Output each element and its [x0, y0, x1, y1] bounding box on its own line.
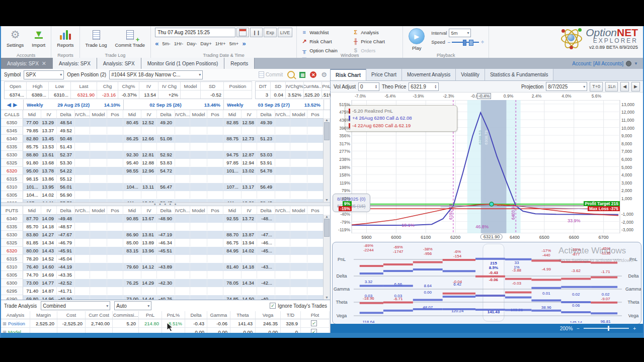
chain-cell[interactable]: 12.58	[242, 119, 257, 126]
chain-cell[interactable]: 13.02	[242, 167, 257, 174]
gear-icon[interactable]: ⚙	[321, 71, 327, 78]
chain-cell[interactable]	[257, 175, 275, 183]
chain-cell[interactable]: 58.45	[257, 199, 275, 202]
chain-cell[interactable]	[242, 143, 257, 150]
chain-cell[interactable]	[90, 159, 107, 166]
chain-cell[interactable]	[190, 287, 207, 295]
chain-cell[interactable]	[307, 183, 324, 191]
chain-cell[interactable]	[175, 127, 190, 134]
chain-cell[interactable]	[123, 287, 141, 295]
chain-cell[interactable]: -46.34	[157, 239, 175, 246]
chain-cell[interactable]	[223, 223, 242, 230]
tab-analysis-0[interactable]: Analysis: SPX✕	[1, 58, 53, 69]
chain-cell[interactable]: 12.96	[141, 167, 157, 174]
chain-cell[interactable]	[290, 175, 307, 183]
chain-cell[interactable]	[275, 287, 290, 295]
chain-cell[interactable]	[190, 239, 207, 246]
commit-button[interactable]: Commit	[259, 71, 283, 78]
chain-cell[interactable]: 71.40	[23, 287, 41, 295]
chain-cell[interactable]	[207, 135, 223, 142]
chain-cell[interactable]: IVCh...	[175, 110, 190, 119]
chain-cell[interactable]: 53.03	[257, 151, 275, 158]
chain-cell[interactable]	[190, 175, 207, 183]
chain-cell[interactable]: 111...	[123, 199, 141, 202]
chain-cell[interactable]	[190, 135, 207, 142]
chain-cell[interactable]	[190, 151, 207, 158]
chain-cell[interactable]	[141, 191, 157, 199]
chain-cell[interactable]	[90, 263, 107, 270]
strike-cell[interactable]: 6335	[1, 223, 23, 231]
import-button[interactable]: ▼ Import	[30, 28, 47, 48]
chain-cell[interactable]: 13.26	[141, 199, 157, 202]
scroll-down-icon[interactable]: ▼	[324, 198, 330, 202]
strike-cell[interactable]: 6340	[1, 215, 23, 223]
chain-cell[interactable]	[107, 247, 123, 254]
chain-cell[interactable]	[190, 231, 207, 238]
chain-cell[interactable]	[307, 263, 324, 270]
chain-cell[interactable]	[175, 191, 190, 199]
chain-cell[interactable]: -45...	[257, 247, 275, 254]
chain-cell[interactable]	[75, 231, 90, 238]
chain-cell[interactable]	[90, 183, 107, 191]
chain-cell[interactable]: 111...	[223, 199, 242, 202]
chain-cell[interactable]: Model	[290, 206, 307, 215]
chain-cell[interactable]	[223, 191, 242, 199]
chain-cell[interactable]	[190, 183, 207, 191]
watchlist-button[interactable]: ≡Watchlist	[301, 28, 347, 37]
chain-cell[interactable]	[175, 167, 190, 174]
chain-cell[interactable]	[175, 231, 190, 238]
chain-cell[interactable]	[307, 143, 324, 150]
chain-cell[interactable]	[90, 199, 107, 202]
chain-cell[interactable]	[90, 151, 107, 158]
chain-cell[interactable]: 88.80	[23, 151, 41, 158]
chain-cell[interactable]	[223, 287, 242, 295]
chain-cell[interactable]: -42...	[257, 279, 275, 287]
chain-cell[interactable]	[190, 191, 207, 199]
chain-cell[interactable]	[275, 191, 290, 199]
tab-risk-chart[interactable]: Risk Chart	[331, 69, 366, 80]
tab-price-chart[interactable]: Price Chart	[366, 69, 402, 80]
chain-cell[interactable]	[107, 215, 123, 222]
chain-cell[interactable]: -42.30	[157, 279, 175, 287]
chain-cell[interactable]: Mid	[223, 110, 242, 119]
chain-cell[interactable]	[290, 127, 307, 134]
time-nav-back[interactable]: «	[155, 40, 158, 47]
tab-analysis-4[interactable]: Reports	[224, 58, 255, 69]
chain-cell[interactable]: 81.40	[223, 263, 242, 270]
chain-cell[interactable]: Pos	[107, 110, 123, 119]
strike-cell[interactable]: 6330	[1, 151, 23, 159]
chain-cell[interactable]	[290, 247, 307, 254]
chain-cell[interactable]	[75, 175, 90, 183]
chain-cell[interactable]	[157, 175, 175, 183]
chain-cell[interactable]: 49.20	[157, 119, 175, 126]
chain-cell[interactable]: 83.15	[123, 247, 141, 254]
chain-cell[interactable]	[275, 247, 290, 254]
chain-cell[interactable]	[141, 175, 157, 183]
chain-cell[interactable]	[290, 143, 307, 150]
time-nav-5mplus[interactable]: 5m+	[229, 41, 239, 46]
chain-cell[interactable]	[307, 287, 324, 295]
chain-cell[interactable]	[75, 295, 90, 300]
chain-cell[interactable]: 14.09	[41, 215, 57, 222]
chain-cell[interactable]: -43.35	[57, 271, 75, 279]
chain-cell[interactable]: 54.22	[57, 167, 75, 174]
chain-cell[interactable]: 86.75	[223, 239, 242, 246]
chain-cell[interactable]: Model	[90, 110, 107, 119]
trade-log-button[interactable]: Trade Log	[84, 28, 109, 48]
time-nav-Dayplus[interactable]: Day+	[200, 41, 211, 46]
chain-cell[interactable]: -46.79	[57, 239, 75, 246]
time-nav-Dayminus[interactable]: Day-	[187, 41, 197, 46]
chain-cell[interactable]: 14.29	[141, 279, 157, 287]
chain-cell[interactable]	[290, 119, 307, 126]
chain-cell[interactable]	[175, 263, 190, 270]
chain-cell[interactable]	[75, 199, 90, 202]
chain-cell[interactable]	[157, 287, 175, 295]
chain-cell[interactable]: -43...	[257, 263, 275, 270]
tab-analysis-3[interactable]: Monitor Grid (1 Open Positions)	[141, 58, 225, 69]
chain-cell[interactable]: 13.53	[41, 143, 57, 150]
auto-select[interactable]: Auto▾	[114, 301, 151, 310]
chain-cell[interactable]: 12.52	[141, 119, 157, 126]
strike-cell[interactable]: 6310	[1, 263, 23, 271]
ta-row-name[interactable]: ⊞Position	[1, 319, 30, 328]
chain-cell[interactable]	[307, 247, 324, 254]
